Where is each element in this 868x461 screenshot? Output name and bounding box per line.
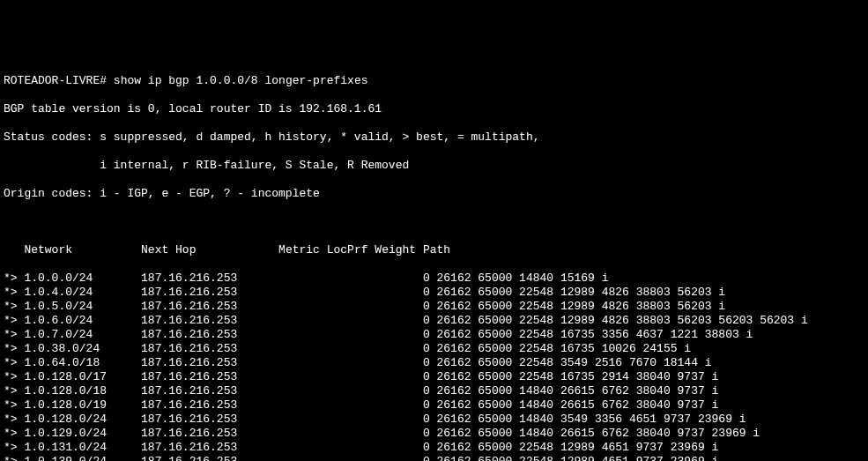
column-header: Network Next Hop Metric LocPrf Weight Pa… <box>4 243 868 257</box>
route-row: *> 1.0.139.0/24 187.16.216.253 0 26162 6… <box>4 455 868 461</box>
bgp-header-version: BGP table version is 0, local router ID … <box>4 102 868 116</box>
route-row: *> 1.0.7.0/24 187.16.216.253 0 26162 650… <box>4 328 868 342</box>
route-row: *> 1.0.0.0/24 187.16.216.253 0 26162 650… <box>4 271 868 286</box>
route-row: *> 1.0.5.0/24 187.16.216.253 0 26162 650… <box>4 300 868 314</box>
route-row: *> 1.0.64.0/18 187.16.216.253 0 26162 65… <box>4 356 868 370</box>
hostname: ROTEADOR-LIVRE# <box>4 74 107 87</box>
route-row: *> 1.0.38.0/24 187.16.216.253 0 26162 65… <box>4 342 868 356</box>
col-path: Path <box>423 243 450 257</box>
col-metric: Metric <box>278 243 320 257</box>
command: show ip bgp 1.0.0.0/8 longer-prefixes <box>114 74 368 87</box>
col-locprf: LocPrf <box>327 243 368 257</box>
col-network: Network <box>24 243 72 257</box>
route-row: *> 1.0.128.0/24 187.16.216.253 0 26162 6… <box>4 413 868 427</box>
col-weight: Weight <box>375 243 416 257</box>
route-row: *> 1.0.128.0/17 187.16.216.253 0 26162 6… <box>4 370 868 384</box>
route-row: *> 1.0.6.0/24 187.16.216.253 0 26162 650… <box>4 314 868 328</box>
route-row: *> 1.0.128.0/19 187.16.216.253 0 26162 6… <box>4 398 868 413</box>
bgp-header-origin: Origin codes: i - IGP, e - EGP, ? - inco… <box>4 187 868 201</box>
route-row: *> 1.0.129.0/24 187.16.216.253 0 26162 6… <box>4 427 868 441</box>
terminal-output: ROTEADOR-LIVRE# show ip bgp 1.0.0.0/8 lo… <box>4 60 868 461</box>
prompt-line[interactable]: ROTEADOR-LIVRE# show ip bgp 1.0.0.0/8 lo… <box>4 74 868 88</box>
routes-table: *> 1.0.0.0/24 187.16.216.253 0 26162 650… <box>4 271 868 461</box>
bgp-header-status1: Status codes: s suppressed, d damped, h … <box>4 130 868 145</box>
route-row: *> 1.0.131.0/24 187.16.216.253 0 26162 6… <box>4 441 868 455</box>
bgp-header-status2: i internal, r RIB-failure, S Stale, R Re… <box>4 159 868 173</box>
route-row: *> 1.0.4.0/24 187.16.216.253 0 26162 650… <box>4 286 868 300</box>
route-row: *> 1.0.128.0/18 187.16.216.253 0 26162 6… <box>4 384 868 398</box>
blank-line <box>4 215 868 229</box>
col-nexthop: Next Hop <box>141 243 196 257</box>
